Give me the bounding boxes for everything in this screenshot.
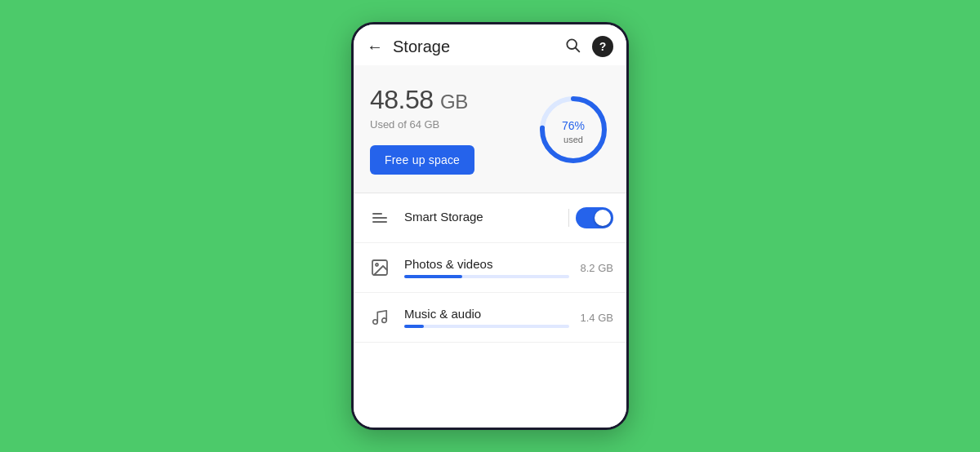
music-audio-bar [404, 325, 424, 328]
storage-circular-progress: 76% used [537, 93, 610, 166]
list-item-music-audio[interactable]: Music & audio 1.4 GB [354, 293, 626, 343]
music-audio-label: Music & audio [404, 307, 569, 321]
help-icon[interactable]: ? [592, 36, 613, 57]
smart-storage-icon [367, 205, 393, 231]
photos-icon [367, 255, 393, 281]
top-bar-icons: ? [564, 36, 613, 57]
progress-percent: 76% [562, 115, 585, 133]
progress-inner: 76% used [562, 115, 585, 144]
phone-frame: ← Storage ? 48.58 GB Used of 64 GB Free … [351, 22, 629, 430]
storage-summary: 48.58 GB Used of 64 GB Free up space 76%… [354, 65, 626, 193]
smart-storage-content: Smart Storage [404, 210, 557, 227]
list-lines-icon [371, 211, 389, 224]
svg-point-6 [373, 320, 378, 325]
storage-total-label: Used of 64 GB [370, 118, 474, 131]
toggle-knob [595, 210, 611, 226]
page-title: Storage [393, 38, 564, 56]
storage-info: 48.58 GB Used of 64 GB Free up space [370, 85, 474, 175]
svg-line-1 [576, 47, 580, 51]
svg-point-5 [376, 264, 378, 266]
progress-used-label: used [562, 135, 585, 144]
photos-videos-content: Photos & videos [404, 257, 569, 278]
music-audio-bar-wrap [404, 325, 569, 328]
search-icon[interactable] [564, 37, 581, 57]
list-item-photos-videos[interactable]: Photos & videos 8.2 GB [354, 243, 626, 293]
smart-storage-toggle-container [568, 207, 613, 228]
storage-list: Smart Storage Photos & videos [354, 193, 626, 428]
toggle-divider [568, 209, 569, 227]
photos-videos-size: 8.2 GB [581, 262, 613, 274]
music-audio-content: Music & audio [404, 307, 569, 328]
top-bar: ← Storage ? [354, 24, 626, 65]
music-icon [367, 304, 393, 330]
music-audio-size: 1.4 GB [581, 312, 613, 324]
storage-used-size: 48.58 GB [370, 85, 474, 115]
photos-videos-bar [404, 275, 462, 278]
smart-storage-label: Smart Storage [404, 210, 557, 224]
svg-point-7 [382, 318, 387, 323]
list-item-smart-storage[interactable]: Smart Storage [354, 193, 626, 243]
photos-videos-label: Photos & videos [404, 257, 569, 271]
photos-videos-bar-wrap [404, 275, 569, 278]
smart-storage-toggle[interactable] [576, 207, 613, 228]
free-up-space-button[interactable]: Free up space [370, 145, 474, 175]
back-button[interactable]: ← [367, 38, 383, 56]
